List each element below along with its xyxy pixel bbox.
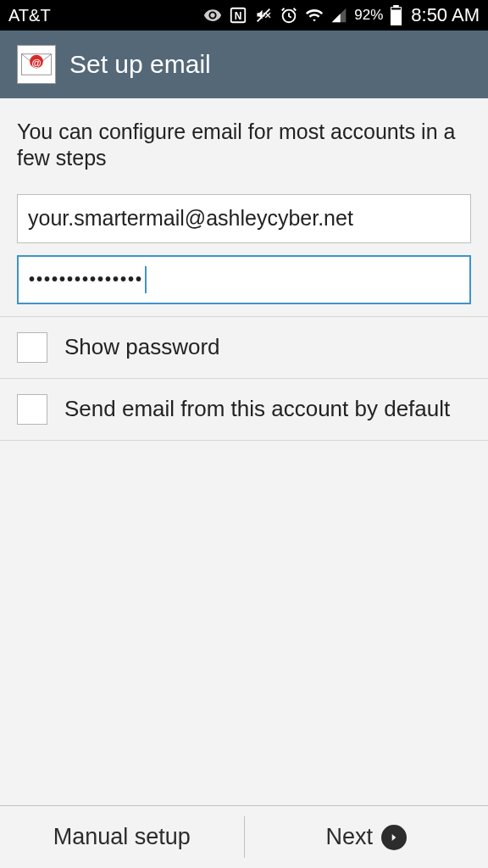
signal-icon bbox=[330, 7, 347, 24]
carrier-label: AT&T bbox=[8, 6, 51, 25]
email-value: your.smartermail@ashleycyber.net bbox=[28, 206, 353, 231]
manual-setup-button[interactable]: Manual setup bbox=[0, 806, 244, 868]
show-password-checkbox[interactable] bbox=[17, 332, 47, 363]
password-field[interactable]: ••••••••••••••• bbox=[17, 255, 471, 304]
svg-rect-5 bbox=[394, 5, 400, 8]
app-bar: @ Set up email bbox=[0, 31, 488, 98]
show-password-row[interactable]: Show password bbox=[0, 316, 488, 378]
password-value: ••••••••••••••• bbox=[29, 270, 143, 289]
svg-rect-6 bbox=[391, 8, 401, 9]
default-account-row[interactable]: Send email from this account by default bbox=[0, 378, 488, 441]
instructions-text: You can configure email for most account… bbox=[17, 119, 471, 172]
clock-time: 8:50 AM bbox=[411, 4, 480, 26]
alarm-icon bbox=[280, 6, 298, 25]
svg-text:@: @ bbox=[31, 58, 41, 68]
wifi-icon bbox=[305, 6, 324, 25]
eye-icon bbox=[203, 6, 222, 25]
default-account-checkbox[interactable] bbox=[17, 394, 47, 425]
svg-text:N: N bbox=[235, 10, 242, 22]
show-password-label: Show password bbox=[64, 333, 220, 361]
nfc-icon: N bbox=[229, 6, 247, 25]
next-button[interactable]: Next bbox=[245, 806, 489, 868]
battery-percent: 92% bbox=[354, 7, 383, 24]
status-bar: AT&T N 92% 8:50 AM bbox=[0, 0, 488, 31]
mute-icon bbox=[254, 6, 273, 25]
chevron-right-icon bbox=[381, 825, 407, 850]
email-app-icon: @ bbox=[17, 45, 56, 84]
default-account-label: Send email from this account by default bbox=[64, 395, 450, 423]
manual-setup-label: Manual setup bbox=[53, 824, 191, 850]
text-cursor bbox=[145, 266, 147, 293]
next-label: Next bbox=[325, 824, 373, 850]
bottom-bar: Manual setup Next bbox=[0, 805, 488, 868]
page-title: Set up email bbox=[69, 50, 211, 79]
email-field[interactable]: your.smartermail@ashleycyber.net bbox=[17, 194, 471, 243]
battery-icon bbox=[390, 5, 402, 25]
